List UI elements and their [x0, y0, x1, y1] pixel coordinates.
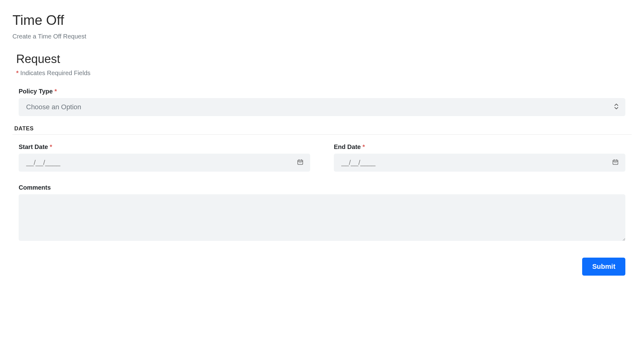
end-date-input-wrapper	[334, 154, 625, 172]
start-date-input[interactable]	[26, 159, 303, 167]
svg-point-11	[614, 162, 615, 163]
submit-button[interactable]: Submit	[582, 258, 625, 276]
page-subtitle: Create a Time Off Request	[12, 33, 632, 40]
end-date-label: End Date *	[334, 143, 625, 151]
asterisk-icon: *	[362, 143, 365, 150]
policy-type-placeholder: Choose an Option	[26, 103, 81, 111]
section-title: Request	[16, 52, 632, 66]
policy-type-label-text: Policy Type	[19, 88, 53, 95]
policy-type-select[interactable]: Choose an Option	[19, 98, 625, 116]
asterisk-icon: *	[54, 88, 57, 95]
divider	[12, 134, 632, 135]
start-date-input-wrapper	[19, 154, 310, 172]
svg-point-6	[301, 162, 301, 163]
comments-label: Comments	[19, 184, 625, 191]
required-note-text: Indicates Required Fields	[20, 70, 90, 76]
asterisk-icon: *	[16, 70, 19, 76]
comments-textarea[interactable]	[19, 194, 625, 241]
asterisk-icon: *	[50, 143, 52, 150]
svg-point-12	[615, 162, 616, 163]
svg-point-5	[300, 162, 301, 163]
end-date-input[interactable]	[341, 159, 618, 167]
calendar-icon[interactable]	[297, 159, 303, 166]
page-title: Time Off	[12, 12, 632, 28]
dates-section-label: DATES	[14, 125, 632, 132]
start-date-label-text: Start Date	[19, 143, 48, 150]
svg-point-13	[616, 162, 617, 163]
select-caret-icon	[614, 103, 619, 111]
calendar-icon[interactable]	[612, 159, 619, 166]
end-date-label-text: End Date	[334, 143, 361, 150]
policy-type-label: Policy Type *	[19, 88, 625, 95]
svg-point-4	[299, 162, 300, 163]
required-fields-note: * Indicates Required Fields	[16, 70, 632, 77]
start-date-label: Start Date *	[19, 143, 310, 151]
